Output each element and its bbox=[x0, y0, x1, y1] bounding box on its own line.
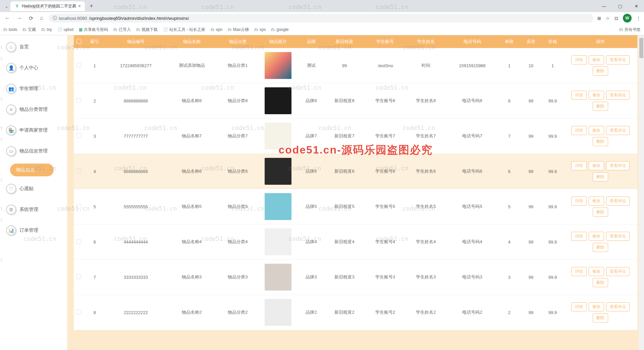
product-image[interactable] bbox=[265, 193, 291, 220]
edit-button[interactable]: 修改 bbox=[589, 302, 604, 311]
extensions-icon[interactable]: ⊡ bbox=[614, 16, 618, 21]
comment-button[interactable]: 查看评论 bbox=[606, 126, 630, 135]
back-button[interactable]: ← bbox=[3, 14, 11, 23]
comment-button[interactable]: 查看评论 bbox=[606, 161, 630, 170]
product-image[interactable] bbox=[265, 52, 291, 79]
vertical-scrollbar[interactable] bbox=[639, 35, 644, 350]
edit-button[interactable]: 修改 bbox=[589, 267, 604, 276]
close-icon[interactable]: × bbox=[78, 3, 81, 9]
product-image[interactable] bbox=[265, 299, 291, 326]
edit-button[interactable]: 修改 bbox=[589, 91, 604, 100]
sidebar-item-profile[interactable]: 👤个人中心 bbox=[3, 59, 60, 76]
delete-button[interactable]: 删除 bbox=[593, 67, 608, 76]
bookmark-item[interactable]: 🗀视频下载 bbox=[136, 27, 158, 33]
comment-button[interactable]: 查看评论 bbox=[606, 232, 630, 241]
comment-button[interactable]: 查看评论 bbox=[606, 196, 630, 206]
list-icon: ≡ bbox=[6, 104, 16, 115]
edit-button[interactable]: 修改 bbox=[589, 161, 604, 170]
sidebar-item-home[interactable]: ⌂首页 bbox=[3, 39, 60, 55]
delete-button[interactable]: 删除 bbox=[593, 102, 608, 111]
row-checkbox[interactable] bbox=[76, 239, 81, 244]
sidebar-item-students[interactable]: 👥学生管理 bbox=[3, 80, 60, 97]
bookmark-item[interactable]: 🗀google bbox=[271, 27, 288, 32]
detail-button[interactable]: 详情 bbox=[571, 196, 587, 206]
profile-avatar[interactable]: W bbox=[623, 14, 632, 23]
delete-button[interactable]: 删除 bbox=[593, 278, 608, 287]
bookmark-item[interactable]: 🗀vps bbox=[254, 27, 266, 32]
cell-stock: 99 bbox=[520, 189, 542, 224]
row-checkbox[interactable] bbox=[76, 204, 81, 209]
comment-button[interactable]: 查看评论 bbox=[606, 55, 630, 64]
product-image[interactable] bbox=[265, 87, 291, 114]
delete-button[interactable]: 删除 bbox=[593, 137, 608, 146]
forward-button[interactable]: → bbox=[15, 14, 23, 23]
edit-button[interactable]: 修改 bbox=[589, 55, 604, 64]
sidebar-item-products[interactable]: ▭物品信息管理 bbox=[3, 143, 60, 160]
table-body: 11722485936277测试添加物品物品分类1测试99.testSno时间1… bbox=[74, 48, 637, 330]
bookmark-item[interactable]: 🗀txy bbox=[41, 27, 52, 32]
detail-button[interactable]: 详情 bbox=[571, 302, 587, 311]
product-image[interactable] bbox=[265, 123, 291, 149]
bookmark-item[interactable]: 📄站长工具 - 站长之家 bbox=[163, 27, 205, 33]
edit-button[interactable]: 修改 bbox=[589, 232, 604, 241]
close-window-button[interactable]: ✕ bbox=[629, 1, 644, 11]
detail-button[interactable]: 详情 bbox=[571, 55, 587, 64]
detail-button[interactable]: 详情 bbox=[571, 161, 587, 170]
site-info-icon[interactable]: ⓘ bbox=[53, 15, 57, 21]
reload-button[interactable]: ⟳ bbox=[28, 14, 35, 23]
bookmark-item[interactable]: 🗀vpn bbox=[211, 27, 222, 32]
sidebar-item-merchant[interactable]: 🏪申请商家管理 bbox=[3, 122, 60, 139]
tab-title: Hadoop技术下的校园二手交易 bbox=[22, 3, 76, 9]
row-checkbox[interactable] bbox=[76, 274, 81, 279]
home-button[interactable]: ⌂ bbox=[39, 14, 45, 23]
delete-button[interactable]: 删除 bbox=[593, 172, 608, 181]
sidebar-item-system[interactable]: ⚙系统管理 bbox=[3, 201, 60, 218]
row-checkbox[interactable] bbox=[76, 310, 81, 314]
delete-button[interactable]: 删除 bbox=[593, 313, 608, 322]
maximize-button[interactable]: ▢ bbox=[612, 1, 628, 11]
menu-icon[interactable]: ⋮ bbox=[636, 16, 641, 21]
url-input[interactable]: ⓘ localhost:8080/springbooteq65h/admin/d… bbox=[49, 14, 593, 23]
edit-button[interactable]: 修改 bbox=[589, 126, 604, 135]
delete-button[interactable]: 删除 bbox=[593, 243, 608, 252]
browser-tab[interactable]: V Hadoop技术下的校园二手交易 × bbox=[10, 1, 85, 11]
detail-button[interactable]: 详情 bbox=[571, 267, 587, 276]
detail-button[interactable]: 详情 bbox=[571, 91, 587, 100]
row-checkbox[interactable] bbox=[76, 169, 81, 173]
select-all-checkbox[interactable] bbox=[76, 39, 81, 44]
bookmark-item[interactable]: 🗀宝藏 bbox=[22, 27, 36, 33]
bookmark-item[interactable]: 📄uplod bbox=[57, 27, 73, 32]
delete-button[interactable]: 删除 bbox=[593, 208, 608, 217]
sidebar-item-categories[interactable]: ≡物品分类管理 bbox=[3, 101, 60, 118]
translate-icon[interactable]: ⊞ bbox=[597, 16, 601, 21]
new-tab-button[interactable]: + bbox=[88, 3, 95, 10]
minimize-button[interactable]: — bbox=[596, 1, 612, 11]
bookmark-item[interactable]: 🗀Max云梯 bbox=[228, 27, 249, 33]
product-image[interactable] bbox=[265, 158, 291, 185]
bookmark-item[interactable]: ▦共享账号密码 bbox=[79, 27, 108, 33]
comment-button[interactable]: 查看评论 bbox=[606, 91, 630, 100]
bookmark-item[interactable]: 🗀tools bbox=[3, 27, 17, 32]
comment-button[interactable]: 查看评论 bbox=[606, 267, 630, 276]
row-checkbox[interactable] bbox=[76, 133, 81, 138]
col-sname: 学生姓名 bbox=[406, 35, 446, 48]
sidebar-sub-active[interactable]: 物品信息 bbox=[10, 164, 54, 176]
edit-button[interactable]: 修改 bbox=[589, 196, 604, 206]
sidebar-item-wishlist[interactable]: ♡心愿贴 bbox=[3, 180, 60, 197]
detail-button[interactable]: 详情 bbox=[571, 232, 587, 241]
bookmark-star-icon[interactable]: ☆ bbox=[606, 16, 610, 21]
sidebar-item-label: 申请商家管理 bbox=[19, 127, 48, 133]
detail-button[interactable]: 详情 bbox=[571, 126, 587, 135]
scrollbar-thumb[interactable] bbox=[639, 38, 643, 58]
bookmark-item[interactable]: 🗀已导入 bbox=[113, 27, 131, 33]
sidebar-item-orders[interactable]: 📊订单管理 bbox=[3, 222, 60, 239]
data-table: 索引 物品编号 物品名称 物品分类 物品图片 品牌 新旧程度 学生账号 学生姓名… bbox=[74, 35, 637, 330]
tab-dropdown-icon[interactable]: ⌄ bbox=[3, 4, 10, 9]
product-image[interactable] bbox=[265, 228, 291, 255]
row-checkbox[interactable] bbox=[76, 98, 81, 103]
cell-price: 99.9 bbox=[542, 154, 564, 189]
product-image[interactable] bbox=[265, 264, 291, 291]
row-checkbox[interactable] bbox=[76, 63, 81, 68]
all-bookmarks-button[interactable]: 🗀所有书签 bbox=[619, 27, 641, 33]
comment-button[interactable]: 查看评论 bbox=[606, 302, 630, 311]
